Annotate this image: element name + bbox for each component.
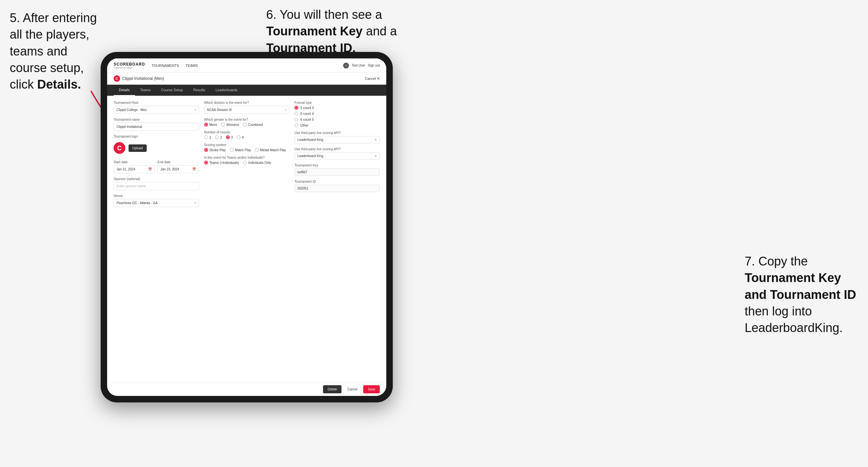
teams-plus-radio[interactable] <box>204 161 208 164</box>
gender-mens[interactable]: Mens <box>204 123 217 127</box>
logo-area: SCOREBOARD Powered by clippd <box>114 62 145 69</box>
gender-combined[interactable]: Combined <box>243 123 263 127</box>
tab-results[interactable]: Results <box>188 85 210 96</box>
scoring-stroke[interactable]: Stroke Play <box>204 148 226 152</box>
third-party-2-input[interactable]: Leaderboard King ✕ <box>294 152 380 160</box>
gender-radio-group: Mens Womens Combined <box>204 123 289 127</box>
start-date-input[interactable]: Jan 21, 2024 📅 <box>114 165 155 173</box>
third-party-2-clear[interactable]: ✕ <box>374 154 377 158</box>
individuals-only-radio[interactable] <box>243 161 247 164</box>
tournament-host-label: Tournament Host <box>114 101 199 104</box>
gender-womens-radio[interactable] <box>221 123 225 127</box>
form-grid: Tournament Host Clippd College - Men ▾ T… <box>114 101 380 207</box>
logo-sub: Powered by clippd <box>114 66 145 69</box>
tournament-host-group: Tournament Host Clippd College - Men ▾ <box>114 101 199 114</box>
third-party-2-group: Use third-party live scoring API? Leader… <box>294 147 380 160</box>
tab-leaderboards[interactable]: Leaderboards <box>210 85 243 96</box>
sign-out-link[interactable]: Sign out <box>368 64 380 67</box>
third-party-1-group: Use third-party live scoring API? Leader… <box>294 131 380 144</box>
scoring-medal-match[interactable]: Medal Match Play <box>255 148 286 152</box>
dates-group: Start date Jan 21, 2024 📅 End date Jan 2… <box>114 160 199 173</box>
venue-input[interactable]: Peachtree GC - Atlanta - GA ▾ <box>114 199 199 207</box>
third-party-1-input[interactable]: Leaderboard King ✕ <box>294 136 380 144</box>
tablet-screen: SCOREBOARD Powered by clippd TOURNAMENTS… <box>107 58 386 396</box>
tablet-container: SCOREBOARD Powered by clippd TOURNAMENTS… <box>101 52 393 402</box>
format-other[interactable]: Other <box>294 123 380 127</box>
individuals-only[interactable]: Individuals Only <box>243 161 271 164</box>
breadcrumb-cancel[interactable]: Cancel ✕ <box>365 76 380 81</box>
scoring-group: Scoring system Stroke Play Match Play <box>204 143 289 152</box>
tournament-name-input[interactable]: Clippd Invitational <box>114 123 199 131</box>
division-label: Which division is the event for? <box>204 101 289 104</box>
scoring-radio-group: Stroke Play Match Play Medal Match Play <box>204 148 289 152</box>
rounds-4[interactable]: 4 <box>237 135 244 139</box>
sponsor-label: Sponsor (optional) <box>114 177 199 181</box>
gender-mens-radio[interactable] <box>204 123 208 127</box>
upload-button[interactable]: Upload <box>128 145 147 152</box>
top-nav: SCOREBOARD Powered by clippd TOURNAMENTS… <box>107 58 386 73</box>
form-col-1: Tournament Host Clippd College - Men ▾ T… <box>114 101 199 207</box>
rounds-1-radio[interactable] <box>204 135 208 139</box>
format-5count4[interactable]: 5 count 4 <box>294 106 380 110</box>
rounds-3[interactable]: 3 <box>226 135 233 139</box>
format-6count5[interactable]: 6 count 5 <box>294 118 380 121</box>
nav-tournaments[interactable]: TOURNAMENTS <box>152 63 179 68</box>
sponsor-input[interactable]: Enter sponsor name <box>114 182 199 190</box>
gender-womens[interactable]: Womens <box>221 123 239 127</box>
tournament-logo-label: Tournament logo <box>114 135 199 138</box>
rounds-1[interactable]: 1 <box>204 135 211 139</box>
start-date-label: Start date <box>114 160 155 164</box>
scoring-label: Scoring system <box>204 143 289 147</box>
tab-course-setup[interactable]: Course Setup <box>156 85 188 96</box>
venue-label: Venue <box>114 194 199 198</box>
rounds-2[interactable]: 2 <box>215 135 222 139</box>
tournament-host-input[interactable]: Clippd College - Men ▾ <box>114 106 199 114</box>
logo-preview: C <box>114 142 125 154</box>
rounds-4-radio[interactable] <box>237 135 241 139</box>
teams-plus-individuals[interactable]: Teams (+Individuals) <box>204 161 239 164</box>
rounds-group: Number of rounds 1 2 <box>204 130 289 139</box>
format-6count4-radio[interactable] <box>294 112 298 116</box>
nav-right: U Test User Sign out <box>343 63 380 68</box>
scoring-match-radio[interactable] <box>230 148 234 152</box>
sponsor-group: Sponsor (optional) Enter sponsor name <box>114 177 199 190</box>
third-party-1-clear[interactable]: ✕ <box>374 138 377 142</box>
tournament-name-label: Tournament name <box>114 118 199 121</box>
tab-details[interactable]: Details <box>114 85 135 96</box>
calendar-icon-2: 📅 <box>192 167 196 171</box>
division-input[interactable]: NCAA Division III ▾ <box>204 106 289 114</box>
end-date-input[interactable]: Jan 23, 2024 📅 <box>157 165 199 173</box>
chevron-down-icon: ▾ <box>195 108 196 111</box>
form-col-3: Format type 5 count 4 6 count 4 <box>294 101 380 207</box>
tournament-id-value[interactable]: 302051 <box>294 185 380 192</box>
division-chevron-icon: ▾ <box>285 108 286 111</box>
delete-button[interactable]: Delete <box>323 385 341 393</box>
gender-label: Which gender is the event for? <box>204 118 289 121</box>
format-5count4-radio[interactable] <box>294 106 298 110</box>
tournament-name-group: Tournament name Clippd Invitational <box>114 118 199 131</box>
scoring-medal-radio[interactable] <box>255 148 259 152</box>
breadcrumb-bar: C Clippd Invitational (Men) Cancel ✕ <box>107 73 386 85</box>
third-party-1-label: Use third-party live scoring API? <box>294 131 380 135</box>
gender-combined-radio[interactable] <box>243 123 247 127</box>
tournament-id-label: Tournament ID <box>294 180 380 183</box>
venue-chevron-icon: ▾ <box>195 201 196 205</box>
format-6count4[interactable]: 6 count 4 <box>294 112 380 116</box>
save-button[interactable]: Save <box>363 385 380 393</box>
format-6count5-radio[interactable] <box>294 118 298 121</box>
division-group: Which division is the event for? NCAA Di… <box>204 101 289 114</box>
logo-text: SCOREBOARD <box>114 62 145 66</box>
tab-teams[interactable]: Teams <box>135 85 156 96</box>
nav-teams[interactable]: TEAMS <box>185 63 198 68</box>
rounds-2-radio[interactable] <box>215 135 219 139</box>
cancel-button[interactable]: Cancel <box>344 385 361 393</box>
scoring-match[interactable]: Match Play <box>230 148 251 152</box>
format-other-radio[interactable] <box>294 123 298 127</box>
scoring-stroke-radio[interactable] <box>204 148 208 152</box>
tournament-key-value[interactable]: bef6b7 <box>294 168 380 176</box>
rounds-3-radio[interactable] <box>226 135 230 139</box>
format-label: Format type <box>294 101 380 104</box>
bottom-action-bar: Delete Cancel Save <box>107 382 386 396</box>
date-row: Start date Jan 21, 2024 📅 End date Jan 2… <box>114 160 199 173</box>
annotation-right: 7. Copy the Tournament Key and Tournamen… <box>745 253 858 336</box>
